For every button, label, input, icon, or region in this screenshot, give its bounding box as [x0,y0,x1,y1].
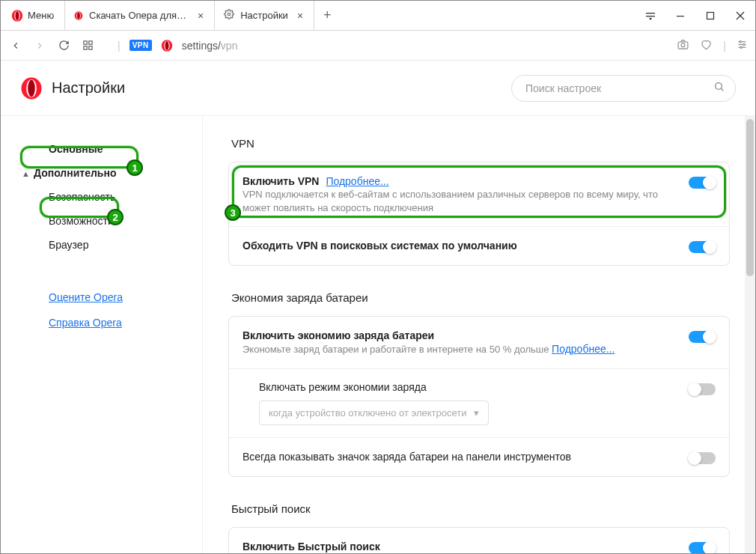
svg-rect-7 [646,13,655,13]
search-wrap [511,75,736,102]
svg-rect-15 [88,41,91,44]
tab-close-icon[interactable]: × [195,10,207,22]
svg-marker-9 [649,18,652,20]
heart-icon[interactable] [700,38,713,53]
toggle-always-show-battery-icon[interactable] [689,452,716,464]
setting-row-enable-battery-saver: Включить экономию заряда батареи Экономь… [229,317,729,368]
row-title: Всегда показывать значок заряда батареи … [243,451,571,463]
svg-point-5 [77,12,80,19]
svg-rect-14 [83,41,86,44]
learn-more-link[interactable]: Подробнее... [326,175,388,187]
svg-rect-16 [83,46,86,49]
close-icon[interactable] [725,1,755,31]
battery-mode-select[interactable]: когда устройство отключено от электросет… [259,401,489,425]
section-title-instant-search: Быстрый поиск [231,502,730,515]
titlebar: Меню Скачать Опера для компь × Настройки… [1,1,755,31]
scrollbar-thumb[interactable] [746,119,754,276]
vpn-badge[interactable]: VPN [129,40,152,51]
toggle-enable-battery-saver[interactable] [689,331,716,343]
select-value: когда устройство отключено от электросет… [269,407,466,418]
maximize-icon[interactable] [695,1,725,31]
svg-point-22 [681,43,685,46]
new-tab-button[interactable]: + [314,7,341,23]
card-vpn: Включить VPN Подробнее... VPN подключает… [228,162,730,266]
settings-search-input[interactable] [511,75,736,102]
svg-point-26 [740,40,742,43]
tab-settings[interactable]: Настройки × [215,1,314,30]
svg-rect-8 [646,16,655,16]
back-icon[interactable] [8,40,23,51]
sidebar-item-advanced[interactable]: ▲ Дополнительно [1,161,202,185]
url-text[interactable]: settings/vpn [182,40,238,52]
opera-logo-icon [74,10,83,21]
sidebar-item-basic[interactable]: Основные [1,137,202,161]
opera-logo-icon [161,40,173,52]
scrollbar-track[interactable] [745,116,755,554]
sidebar-item-label: Браузер [49,239,88,251]
row-title: Обходить VPN в поисковых системах по умо… [243,240,517,252]
sidebar-item-security[interactable]: Безопасность [1,185,202,209]
minimize-icon[interactable] [665,1,695,31]
separator: | [118,40,121,52]
section-title-vpn: VPN [231,137,730,150]
svg-rect-17 [88,46,91,49]
window-controls [635,1,755,31]
setting-row-enable-instant-search: Включить Быстрый поиск [229,528,729,554]
chevron-down-icon: ▾ [474,407,479,418]
sidebar-item-label: Возможности [49,215,114,227]
snapshot-icon[interactable] [677,38,689,53]
row-title: Включить VPN [243,175,319,187]
svg-point-28 [740,46,743,49]
card-instant-search: Включить Быстрый поиск [228,527,730,554]
help-opera-link[interactable]: Справка Opera [49,317,202,329]
toggle-bypass-vpn-search[interactable] [689,241,716,253]
separator: | [723,40,726,52]
sidebar-item-browser[interactable]: Браузер [1,233,202,257]
sidebar-item-label: Дополнительно [34,167,116,179]
row-description: Экономьте заряд батареи и работайте в ин… [243,342,678,356]
menu-label: Меню [28,10,54,21]
gear-icon [224,9,234,22]
sidebar-item-label: Безопасность [49,191,115,203]
svg-point-6 [228,13,231,16]
chevron-up-icon: ▲ [22,169,30,178]
forward-icon[interactable] [32,40,47,51]
row-title: Включить Быстрый поиск [243,541,380,553]
tab-download-opera[interactable]: Скачать Опера для компь × [65,1,215,30]
svg-line-33 [721,88,723,91]
toggle-enable-vpn[interactable] [689,177,716,189]
settings-content: VPN Включить VPN Подробнее... VPN подклю… [203,116,755,554]
setting-row-bypass-vpn-search: Обходить VPN в поисковых системах по умо… [229,226,729,265]
sidebar-item-label: Основные [49,143,103,155]
page-header: Настройки [1,61,755,116]
toggle-enable-instant-search[interactable] [689,542,716,554]
learn-more-link[interactable]: Подробнее... [552,343,615,355]
svg-point-31 [28,79,35,97]
tab-close-icon[interactable]: × [294,10,306,22]
row-title: Включить экономию заряда батареи [243,329,434,341]
setting-row-battery-auto-mode: Включать режим экономии заряда когда уст… [229,368,729,437]
tab-menu-icon[interactable] [635,1,665,31]
toggle-battery-auto-mode[interactable] [689,383,716,395]
svg-point-32 [716,82,722,89]
reload-icon[interactable] [56,40,71,51]
speed-dial-icon[interactable] [80,40,95,51]
opera-logo-icon [20,77,43,100]
menu-button[interactable]: Меню [1,1,65,30]
card-battery: Включить экономию заряда батареи Экономь… [228,316,730,477]
section-title-battery: Экономия заряда батареи [231,291,730,304]
opera-logo-icon [11,10,23,22]
address-bar: | VPN settings/vpn | [1,31,755,61]
row-title: Включать режим экономии заряда [259,381,678,393]
url-path: vpn [221,40,238,52]
svg-point-20 [165,40,168,49]
sidebar-item-features[interactable]: Возможности [1,209,202,233]
setting-row-always-show-battery-icon: Всегда показывать значок заряда батареи … [229,437,729,476]
rate-opera-link[interactable]: Оцените Opera [49,291,202,303]
svg-point-27 [743,43,746,46]
settings-sidebar: Основные ▲ Дополнительно Безопасность Во… [1,116,203,554]
easy-setup-icon[interactable] [737,39,748,52]
tab-title: Скачать Опера для компь [89,10,189,21]
url-base: settings/ [182,40,221,52]
page-title: Настройки [52,79,125,97]
